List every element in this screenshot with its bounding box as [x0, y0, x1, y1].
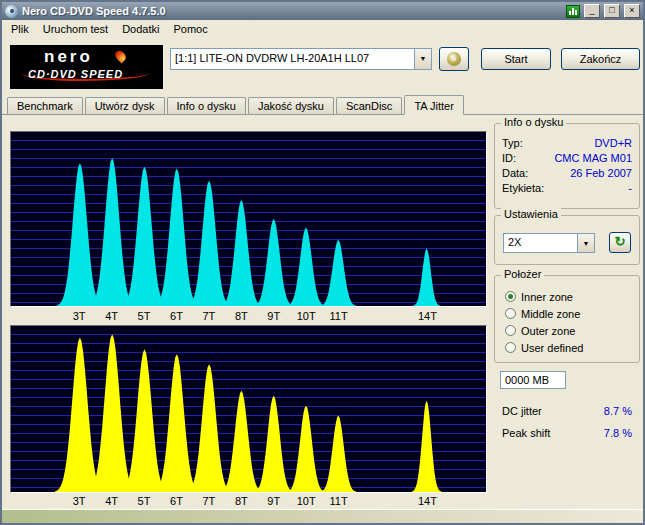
app-disc-icon	[5, 5, 18, 18]
axis-tick-label: 14T	[418, 310, 437, 322]
disc-type-value: DVD+R	[594, 137, 632, 149]
histogram-peak-7T	[187, 364, 232, 492]
disc-tray-button[interactable]	[439, 47, 469, 71]
disc-date-label: Data:	[502, 167, 528, 179]
tab-utworz-dysk[interactable]: Utwórz dysk	[85, 97, 165, 114]
radio-middle-zone[interactable]: Middle zone	[505, 307, 580, 320]
nero-product-text: CD·DVD SPEED	[28, 68, 123, 80]
histogram-peak-14T	[412, 401, 442, 492]
menu-uruchom-test[interactable]: Uruchom test	[36, 21, 115, 37]
tab-scandisc[interactable]: ScanDisc	[336, 97, 402, 114]
radio-inner-zone-label: Inner zone	[521, 291, 573, 303]
ta-jitter-chart-top	[10, 131, 487, 307]
histogram-peak-9T	[254, 396, 294, 492]
dc-jitter-row: DC jitter 8.7 %	[494, 405, 640, 417]
axis-tick-label: 7T	[202, 310, 215, 322]
peak-shift-value: 7.8 %	[604, 427, 632, 439]
maximize-button[interactable]: □	[604, 4, 620, 18]
radio-button-icon	[505, 325, 516, 336]
histogram-peak-10T	[287, 406, 325, 492]
histogram-peak-6T	[154, 354, 200, 492]
nero-brand-text: nero	[44, 47, 93, 67]
radio-outer-zone-label: Outer zone	[521, 325, 575, 337]
radio-user-defined[interactable]: User defined	[505, 341, 583, 354]
nero-logo: nero CD·DVD SPEED	[10, 45, 163, 89]
tab-bar: Benchmark Utwórz dysk Info o dysku Jakoś…	[2, 94, 643, 115]
green-chart-icon[interactable]	[566, 5, 580, 18]
close-button[interactable]: ×	[624, 4, 640, 18]
disc-label-value: -	[628, 182, 632, 194]
status-bar	[2, 509, 643, 523]
app-window: Nero CD-DVD Speed 4.7.5.0 _ □ × Plik Uru…	[0, 0, 645, 525]
menu-dodatki[interactable]: Dodatki	[115, 21, 166, 37]
axis-tick-label: 6T	[170, 495, 183, 507]
disc-id-value: CMC MAG M01	[554, 152, 632, 164]
size-input[interactable]: 0000 MB	[500, 371, 566, 389]
refresh-icon: ↻	[615, 234, 626, 249]
refresh-button[interactable]: ↻	[609, 232, 631, 253]
histogram-peak-8T	[220, 391, 262, 492]
chevron-down-icon[interactable]: ▼	[414, 49, 431, 69]
axis-tick-label: 8T	[235, 495, 248, 507]
histogram-peak-10T	[287, 228, 325, 306]
histogram-peak-5T	[121, 167, 167, 306]
speed-select[interactable]: 2X ▼	[503, 233, 595, 253]
nero-flame-icon	[113, 49, 128, 64]
main-content: 3T4T5T6T7T8T9T10T11T14T 3T4T5T6T7T8T9T10…	[2, 115, 643, 509]
minimize-button[interactable]: _	[584, 4, 600, 18]
axis-tick-label: 10T	[297, 310, 316, 322]
disc-info-groupbox: Info o dysku Typ: DVD+R ID: CMC MAG M01 …	[494, 123, 640, 209]
speed-select-value: 2X	[504, 234, 577, 252]
histogram-peak-11T	[320, 416, 356, 492]
disc-info-row-label: Etykieta: -	[495, 181, 639, 196]
tab-jakosc-dysku[interactable]: Jakość dysku	[248, 97, 334, 114]
axis-tick-label: 4T	[105, 310, 118, 322]
menu-plik[interactable]: Plik	[4, 21, 36, 37]
axis-tick-label: 7T	[202, 495, 215, 507]
position-groupbox: Położer Inner zone Middle zone Outer zon…	[494, 275, 640, 363]
disc-info-row-type: Typ: DVD+R	[495, 136, 639, 151]
peak-shift-label: Peak shift	[502, 427, 550, 439]
histogram-peak-3T	[57, 163, 103, 306]
axis-tick-label: 4T	[105, 495, 118, 507]
axis-tick-label: 10T	[297, 495, 316, 507]
peak-shift-row: Peak shift 7.8 %	[494, 427, 640, 439]
histogram-peak-3T	[55, 338, 105, 492]
disc-info-title: Info o dysku	[501, 116, 566, 128]
menu-pomoc[interactable]: Pomoc	[166, 21, 214, 37]
axis-tick-label: 3T	[73, 310, 86, 322]
tab-benchmark[interactable]: Benchmark	[7, 97, 83, 114]
axis-tick-label: 5T	[138, 310, 151, 322]
dc-jitter-label: DC jitter	[502, 405, 542, 417]
chevron-down-icon[interactable]: ▼	[577, 234, 594, 252]
disc-id-label: ID:	[502, 152, 516, 164]
disc-info-row-date: Data: 26 Feb 2007	[495, 166, 639, 181]
axis-tick-label: 11T	[330, 495, 348, 507]
title-bar[interactable]: Nero CD-DVD Speed 4.7.5.0 _ □ ×	[2, 2, 643, 20]
radio-inner-zone[interactable]: Inner zone	[505, 290, 573, 303]
axis-tick-label: 8T	[235, 310, 248, 322]
drive-select[interactable]: [1:1] LITE-ON DVDRW LH-20A1H LL07 ▼	[170, 48, 432, 70]
radio-button-icon	[505, 342, 516, 353]
disc-type-label: Typ:	[502, 137, 523, 149]
axis-tick-label: 14T	[418, 495, 437, 507]
disc-info-rows: Typ: DVD+R ID: CMC MAG M01 Data: 26 Feb …	[495, 136, 639, 196]
quit-button[interactable]: Zakończ	[561, 48, 640, 70]
histogram-peak-11T	[320, 240, 356, 306]
histogram-peak-7T	[187, 181, 231, 306]
start-button[interactable]: Start	[481, 48, 551, 70]
ta-jitter-chart-bottom	[10, 325, 487, 493]
axis-tick-label: 6T	[170, 310, 183, 322]
disc-icon	[447, 52, 461, 66]
axis-tick-label: 5T	[138, 495, 151, 507]
disc-info-row-id: ID: CMC MAG M01	[495, 151, 639, 166]
tab-info-o-dysku[interactable]: Info o dysku	[167, 97, 246, 114]
radio-outer-zone[interactable]: Outer zone	[505, 324, 575, 337]
tab-ta-jitter[interactable]: TA Jitter	[404, 95, 464, 115]
settings-title: Ustawienia	[501, 208, 561, 220]
window-title: Nero CD-DVD Speed 4.7.5.0	[22, 5, 562, 17]
disc-date-value: 26 Feb 2007	[570, 167, 632, 179]
histogram-peak-14T	[413, 249, 441, 306]
disc-label-label: Etykieta:	[502, 182, 544, 194]
radio-user-defined-label: User defined	[521, 342, 583, 354]
